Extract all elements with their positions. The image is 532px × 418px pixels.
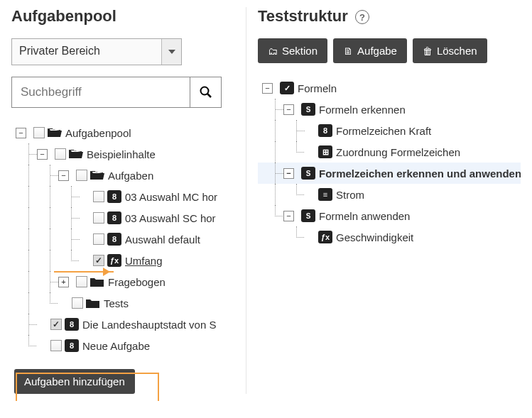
tree-leaf[interactable]: 8 03 Auswahl SC hor	[11, 207, 246, 229]
task-icon: 8	[318, 124, 332, 137]
tree-label: Zuordnung Formelzeichen	[336, 146, 460, 158]
task-icon: 8	[107, 233, 121, 246]
checkbox[interactable]	[55, 148, 66, 160]
collapse-toggle[interactable]: −	[16, 128, 26, 138]
tree-leaf[interactable]: 8 Neue Aufgabe	[11, 335, 246, 356]
section-icon: S	[301, 103, 315, 116]
checkbox[interactable]	[50, 340, 62, 351]
tree-label: Aufgaben	[108, 170, 153, 182]
formula-icon: ƒx	[318, 231, 332, 243]
section-icon: S	[301, 167, 315, 180]
search-button[interactable]	[190, 77, 221, 107]
chevron-down-icon	[161, 39, 181, 65]
annotation-arrow	[54, 271, 114, 273]
collapse-toggle[interactable]: −	[58, 170, 69, 181]
folder-open-icon	[69, 148, 83, 160]
collapse-toggle[interactable]: −	[283, 168, 294, 179]
collapse-toggle[interactable]: −	[37, 149, 48, 160]
structure-toolbar: 🗂Sektion 🗎Aufgabe 🗑Löschen	[258, 38, 521, 63]
svg-point-0	[200, 87, 208, 95]
tree-leaf[interactable]: 8 Auswahl default	[11, 229, 246, 250]
matching-icon: ⊞	[318, 145, 332, 158]
tree-node-aufgaben[interactable]: − Aufgaben	[11, 165, 246, 186]
collapse-toggle[interactable]: −	[283, 211, 294, 221]
checkbox[interactable]	[72, 297, 83, 309]
tree-label: Formeln erkennen	[319, 104, 406, 116]
checkbox[interactable]	[93, 212, 104, 224]
area-select[interactable]: Privater Bereich	[11, 38, 182, 65]
formula-icon: ƒx	[107, 254, 121, 267]
tree-node-formeln[interactable]: − ✓ Formeln	[258, 77, 521, 99]
tree-label: Formelzeichen Kraft	[336, 125, 431, 137]
tree-label: 03 Auswahl MC hor	[125, 191, 217, 203]
tree-label: Auswahl default	[125, 233, 200, 246]
search-icon	[200, 86, 212, 99]
tree-leaf[interactable]: ✓ 8 Die Landeshauptstadt von S	[11, 314, 246, 335]
tree-label: Formelzeichen erkennen und anwenden	[319, 167, 521, 180]
tree-label: Umfang	[125, 255, 163, 267]
tree-label: Die Landeshauptstadt von S	[82, 319, 216, 331]
tree-label: Neue Aufgabe	[82, 340, 150, 352]
structure-tree: − ✓ Formeln − S Formeln erkennen	[258, 77, 521, 248]
folder-open-icon	[90, 169, 104, 182]
tree-label: 03 Auswahl SC hor	[125, 212, 216, 224]
tree-leaf[interactable]: 8 03 Auswahl MC hor	[11, 186, 246, 207]
checkbox[interactable]	[76, 276, 87, 287]
folder-open-icon	[48, 126, 62, 139]
tree-leaf[interactable]: ƒx Geschwindigkeit	[258, 226, 521, 248]
checkbox-checked[interactable]: ✓	[93, 255, 104, 266]
tree-leaf[interactable]: ≡ Strom	[258, 184, 521, 205]
task-icon: 🗎	[343, 45, 353, 57]
checkbox-checked[interactable]: ✓	[50, 319, 62, 330]
tree-node-anwenden[interactable]: − S Formeln anwenden	[258, 205, 521, 226]
section-button[interactable]: 🗂Sektion	[258, 38, 327, 63]
area-select-value: Privater Bereich	[12, 39, 161, 65]
tree-node-fragebogen[interactable]: + Fragebogen	[11, 271, 246, 292]
collapse-toggle[interactable]: −	[283, 104, 294, 115]
task-icon: 8	[107, 211, 121, 224]
checkbox[interactable]	[33, 127, 45, 138]
section-icon: 🗂	[268, 45, 278, 57]
tree-leaf-umfang[interactable]: ✓ ƒx Umfang	[11, 250, 246, 271]
tree-leaf[interactable]: 8 Formelzeichen Kraft	[258, 120, 521, 141]
section-icon: S	[301, 209, 315, 222]
checkmark-icon: ✓	[280, 82, 294, 94]
folder-icon	[86, 297, 100, 309]
expand-toggle[interactable]: +	[58, 277, 69, 287]
tree-node-erkennen[interactable]: − S Formeln erkennen	[258, 99, 521, 120]
tree-node-tests[interactable]: Tests	[11, 292, 246, 314]
task-icon: 8	[65, 318, 79, 331]
tree-node-root[interactable]: − Aufgabenpool	[11, 122, 246, 143]
collapse-toggle[interactable]: −	[262, 83, 273, 94]
checkbox[interactable]	[93, 191, 104, 202]
delete-button[interactable]: 🗑Löschen	[413, 38, 487, 63]
tree-label: Formeln anwenden	[319, 210, 410, 222]
search-field[interactable]	[11, 77, 222, 108]
tree-leaf[interactable]: ⊞ Zuordnung Formelzeichen	[258, 141, 521, 163]
task-button[interactable]: 🗎Aufgabe	[333, 38, 407, 63]
task-icon: 8	[65, 339, 79, 352]
pool-heading: Aufgabenpool	[11, 7, 246, 26]
task-icon: 8	[107, 190, 121, 203]
svg-line-1	[207, 94, 211, 97]
tree-label: Aufgabenpool	[65, 127, 131, 139]
tree-node-selected[interactable]: − S Formelzeichen erkennen und anwenden	[258, 163, 521, 184]
search-input[interactable]	[12, 77, 190, 107]
checkbox[interactable]	[76, 170, 87, 181]
checkbox[interactable]	[93, 233, 104, 245]
tree-node-beispiel[interactable]: − Beispielinhalte	[11, 143, 246, 165]
structure-heading: Teststruktur ?	[258, 7, 521, 26]
tree-label: Formeln	[298, 82, 337, 94]
help-icon[interactable]: ?	[355, 10, 369, 24]
tree-label: Tests	[104, 297, 129, 309]
tree-label: Fragebogen	[108, 276, 165, 288]
tree-label: Geschwindigkeit	[336, 231, 413, 243]
trash-icon: 🗑	[423, 45, 433, 57]
tree-label: Beispielinhalte	[87, 148, 156, 160]
text-icon: ≡	[318, 188, 332, 201]
folder-icon	[90, 275, 104, 288]
add-tasks-button[interactable]: Aufgaben hinzufügen	[14, 369, 135, 394]
pool-tree: − Aufgabenpool − Beispielinhalte	[11, 122, 246, 356]
tree-label: Strom	[336, 189, 364, 201]
